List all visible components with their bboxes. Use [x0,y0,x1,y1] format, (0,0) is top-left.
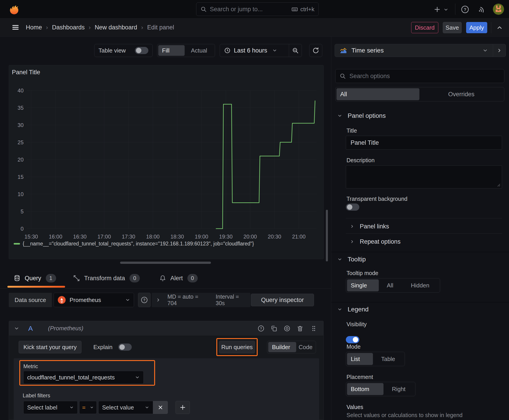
operator-value: = [82,404,85,411]
toggle-visibility-eye-icon[interactable] [283,325,291,332]
select-value-dropdown[interactable]: Select value [98,401,153,414]
timeseries-chart: 051015202530354015:3016:0016:3017:0017:3… [10,87,322,241]
tab-query[interactable]: Query 1 [14,271,56,285]
svg-text:21:00: 21:00 [292,233,305,240]
news-rss-icon[interactable] [478,5,487,14]
table-view-toggle[interactable] [135,47,148,54]
drag-handle-grip-icon[interactable] [310,325,317,332]
query-help-icon[interactable]: ? [258,325,265,332]
global-search-input[interactable]: Search or jump to... ctrl+k [196,2,319,16]
zoom-out-time-icon[interactable] [289,44,302,57]
add-icon[interactable] [433,5,442,14]
explain-label: Explain [93,344,113,351]
help-icon[interactable]: ? [460,5,470,14]
svg-text:5: 5 [21,209,23,215]
legend-placement-switcher: Bottom Right [346,382,415,396]
actual-option[interactable]: Actual [185,45,213,56]
legend-section-title: Legend [348,306,369,313]
resize-handle-icon[interactable] [497,183,501,187]
legend-placement-right[interactable]: Right [384,383,414,395]
vertical-scrollbar[interactable] [326,210,328,261]
breadcrumb-separator: › [85,24,95,31]
breadcrumb-dashboards[interactable]: Dashboards [52,24,85,31]
builder-option[interactable]: Builder [268,342,296,352]
horizontal-scrollbar[interactable] [120,262,211,264]
kick-start-query-button[interactable]: Kick start your query [19,341,82,353]
time-range-picker[interactable]: Last 6 hours [220,44,289,57]
description-textarea[interactable] [346,165,502,188]
operator-chevron-down-icon [90,405,94,409]
discard-button[interactable]: Discard [411,22,438,33]
tab-transform-count: 0 [129,274,140,283]
run-queries-button[interactable]: Run queries [219,341,255,353]
datasource-picker[interactable]: Prometheus [54,293,134,307]
visualization-picker[interactable]: Time series [335,44,506,57]
section-divider [331,302,509,302]
legend-placement-bottom[interactable]: Bottom [347,383,384,395]
legend-mode-table[interactable]: Table [373,353,403,365]
search-options-input[interactable]: Search options [335,69,504,83]
grafana-logo-icon[interactable] [8,3,21,16]
delete-query-trash-icon[interactable] [296,325,304,332]
datasource-help-icon[interactable]: ? [138,293,151,307]
repeat-options-chevron-right-icon [350,239,354,244]
tooltip-header[interactable]: Tooltip [337,256,366,263]
tab-alert[interactable]: Alert 0 [159,271,198,285]
panel-title: Panel Title [12,69,40,76]
apply-button[interactable]: Apply [466,22,487,33]
collapse-pane-chevron-up-icon[interactable] [495,23,504,32]
grafana-edit-panel-screen: Search or jump to... ctrl+k ? Home [0,0,509,420]
svg-text:20:00: 20:00 [243,233,257,240]
builder-code-switcher: Builder Code [267,341,316,353]
query-inspector-button[interactable]: Query inspector [251,294,314,306]
tab-overrides[interactable]: Overrides [419,88,503,100]
search-shortcut: ctrl+k [300,6,314,13]
toggle-viz-pane-chevron-right-icon[interactable] [493,44,506,57]
menu-hamburger-icon[interactable] [10,22,21,32]
tooltip-mode-all[interactable]: All [379,279,401,292]
legend-section-header[interactable]: Legend [337,306,369,313]
metric-select[interactable]: cloudflared_tunnel_total_requests [23,371,144,384]
panel-links-header[interactable]: Panel links [350,222,389,231]
search-placeholder: Search or jump to... [210,6,291,13]
query-collapse-chevron-down-icon[interactable] [14,326,19,331]
breadcrumb-new-dashboard[interactable]: New dashboard [95,24,137,31]
legend-mode-list[interactable]: List [347,353,373,365]
user-avatar[interactable] [493,4,504,15]
duplicate-query-icon[interactable] [270,325,278,332]
tab-all[interactable]: All [336,88,419,100]
svg-text:17:30: 17:30 [122,233,135,240]
add-chevron-down-icon[interactable] [443,6,449,13]
breadcrumb-separator: › [42,24,52,31]
transparent-background-toggle[interactable] [346,203,359,211]
breadcrumb-home[interactable]: Home [26,24,42,31]
tab-alert-count: 0 [187,274,198,283]
query-row-header[interactable]: A (Prometheus) ? [9,321,323,336]
options-search-icon [340,73,346,79]
repeat-options-header[interactable]: Repeat options [350,237,401,246]
refresh-icon[interactable] [309,44,322,57]
time-range-label: Last 6 hours [234,47,267,54]
select-label-dropdown[interactable]: Select label [23,401,78,414]
editor-tabs-bar: Query 1 Transform data 0 Alert 0 [0,269,331,289]
description-label: Description [347,157,375,164]
tooltip-mode-hidden[interactable]: Hidden [401,279,439,292]
operator-dropdown[interactable]: = [79,401,97,414]
remove-filter-x-icon[interactable] [153,401,168,414]
fill-option[interactable]: Fill [158,45,185,56]
title-input[interactable]: Panel Title [346,136,502,150]
options-expand-chevron-right-icon[interactable] [156,298,161,302]
save-button[interactable]: Save [443,22,462,33]
svg-text:19:00: 19:00 [195,233,208,240]
svg-text:16:00: 16:00 [49,233,62,240]
keyboard-icon [291,6,298,13]
explain-toggle[interactable] [118,344,132,351]
tooltip-mode-single[interactable]: Single [347,279,379,292]
add-filter-plus-icon[interactable] [175,401,190,414]
panel-options-header[interactable]: Panel options [337,112,386,119]
tab-transform[interactable]: Transform data 0 [73,271,140,285]
code-option[interactable]: Code [296,342,315,352]
legend-visibility-toggle[interactable] [346,336,359,343]
active-tab-underline [8,286,65,288]
legend-item[interactable]: {__name__="cloudflared_tunnel_total_requ… [14,241,254,247]
